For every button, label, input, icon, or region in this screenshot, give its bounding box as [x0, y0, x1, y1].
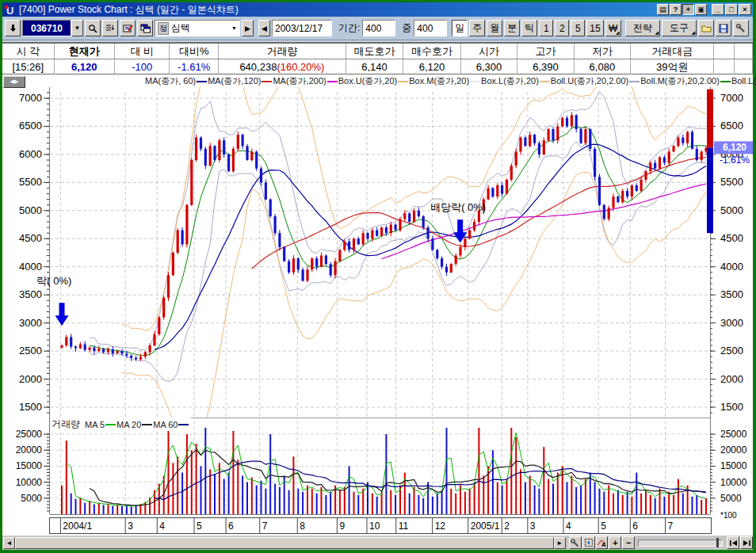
- collapse-button[interactable]: [5, 20, 21, 36]
- search-button[interactable]: [85, 20, 101, 36]
- left-arrow-icon: ◄: [6, 540, 13, 547]
- legend-item: Boll.L(종가,20,2.00): [731, 75, 756, 87]
- svg-text:3500: 3500: [19, 288, 42, 300]
- chart-area: ◀▶ MA(종가, 60)MA(종가,120)MA(종가,200)Box.U(종…: [2, 74, 753, 536]
- period-button-2[interactable]: 2: [555, 20, 569, 36]
- auto-refresh-button[interactable]: [582, 536, 595, 549]
- window-controls: ▤?+▣ _□×: [656, 4, 751, 15]
- chart-start-button[interactable]: [727, 536, 739, 549]
- svg-text:3: 3: [530, 521, 536, 532]
- svg-text:4: 4: [566, 521, 571, 532]
- zoom-slider-thumb[interactable]: [716, 538, 719, 547]
- zoom-slider[interactable]: [638, 540, 723, 547]
- right-arrow-icon: ▶: [245, 25, 250, 32]
- period-button-15[interactable]: 15: [586, 20, 603, 36]
- scrollbar-thumb[interactable]: [15, 537, 554, 549]
- svg-text:10: 10: [369, 521, 380, 532]
- close-button[interactable]: ×: [739, 4, 751, 15]
- volume-legend-title: 거래량: [52, 418, 80, 431]
- chart-horizontal-scrollbar[interactable]: ◄ ►: [3, 537, 566, 549]
- period-button-1[interactable]: 1: [539, 20, 553, 36]
- app-logo-icon: U: [4, 5, 16, 15]
- chart-pane-nav-button[interactable]: ◀▶: [3, 76, 25, 88]
- scroll-right-button[interactable]: ►: [554, 537, 566, 549]
- of-count-input[interactable]: 400: [414, 20, 447, 36]
- edit-note-button[interactable]: [120, 20, 136, 36]
- panel-button[interactable]: ▣: [695, 4, 707, 15]
- svg-text:배당락( 0%): 배당락( 0%): [430, 201, 486, 213]
- svg-text:6,120: 6,120: [723, 142, 746, 153]
- svg-text:7000: 7000: [720, 92, 743, 104]
- minimize-button[interactable]: _: [712, 4, 724, 15]
- open-button[interactable]: [698, 20, 714, 36]
- help-button[interactable]: ?: [670, 4, 682, 15]
- svg-text:9: 9: [339, 521, 345, 532]
- quote-value-6: 6,120: [403, 59, 460, 74]
- period-button-5[interactable]: 5: [571, 20, 585, 36]
- zoom-out-button[interactable]: −: [622, 536, 635, 549]
- legend-color-dash: [105, 424, 116, 425]
- save-button[interactable]: [716, 20, 731, 36]
- strategy-button[interactable]: 전략 ◢: [625, 20, 660, 36]
- chevron-down-icon: ▼: [74, 25, 81, 32]
- side-range-bar-up: [707, 90, 713, 148]
- wrench-icon: [736, 24, 746, 33]
- quote-value-12: [735, 59, 753, 74]
- svg-text:2005/1: 2005/1: [471, 521, 500, 532]
- zoom-in-button[interactable]: +: [609, 536, 621, 549]
- cascade-windows-icon: [140, 24, 151, 33]
- svg-text:3000: 3000: [19, 317, 42, 329]
- folder-icon: [701, 24, 712, 32]
- corner-dropdown-icon: ◢: [616, 30, 620, 35]
- quote-header-11: [714, 44, 735, 59]
- period-button-틱[interactable]: 틱: [521, 20, 537, 36]
- legend-color-dash: [262, 81, 272, 82]
- tile-button[interactable]: ▤: [657, 4, 669, 15]
- settings-button[interactable]: [733, 20, 749, 36]
- won-unit-button[interactable]: ₩ ◢: [605, 20, 621, 36]
- svg-text:6500: 6500: [19, 120, 42, 132]
- maximize-button[interactable]: □: [725, 4, 738, 15]
- save-disk-icon: [719, 24, 728, 33]
- quote-value-3: -1.61%: [170, 59, 219, 74]
- chart-end-button[interactable]: [740, 536, 753, 549]
- side-range-bar-down: [707, 147, 713, 233]
- svg-text:5: 5: [601, 521, 606, 532]
- window-title: [7400] Power Stock Chart : 심텍 (일간 - 일본식챠…: [19, 3, 239, 17]
- svg-text:20000: 20000: [720, 444, 747, 456]
- stock-code-input[interactable]: 036710: [22, 20, 71, 36]
- svg-text:2: 2: [504, 521, 510, 532]
- date-input[interactable]: 2003/12/17: [272, 20, 332, 36]
- annotation-button[interactable]: A: [596, 536, 609, 549]
- period-button-주[interactable]: 주: [469, 20, 485, 36]
- sort-list-button[interactable]: [102, 20, 118, 36]
- legend-item: MA(종가, 60): [145, 75, 196, 87]
- cascade-windows-button[interactable]: [137, 20, 153, 36]
- legend-item: MA 5: [85, 420, 105, 429]
- period-button-일[interactable]: 일: [452, 20, 468, 36]
- svg-text:5000: 5000: [19, 204, 42, 216]
- tools-button[interactable]: 도구 ◢: [662, 20, 697, 36]
- stock-chart-svg[interactable]: 7000700065006500600060005500550050005000…: [2, 74, 753, 536]
- next-stock-button[interactable]: ▶: [242, 20, 254, 36]
- stock-name: 심텍: [171, 21, 190, 35]
- svg-text:2000: 2000: [720, 373, 743, 385]
- pin-button[interactable]: +: [682, 4, 694, 15]
- stock-name-combo[interactable]: 정 심텍 ▼: [155, 20, 240, 36]
- quote-header-8: 고가: [517, 44, 574, 59]
- legend-color-dash: [142, 424, 152, 425]
- svg-text:3: 3: [128, 521, 133, 532]
- code-dropdown-button[interactable]: ▼: [71, 20, 83, 36]
- chart-settings-button[interactable]: [569, 536, 582, 549]
- period-label: 기간:: [338, 21, 360, 35]
- main-toolbar: 036710 ▼ 정: [2, 17, 753, 40]
- prev-date-button[interactable]: ◀: [258, 20, 270, 36]
- down-arrow-icon: [10, 24, 17, 32]
- svg-text:11: 11: [399, 521, 409, 532]
- quote-value-11: [714, 59, 735, 74]
- period-button-분[interactable]: 분: [504, 20, 520, 36]
- period-button-월[interactable]: 월: [487, 20, 502, 36]
- quote-header-5: 매도호가: [346, 44, 403, 59]
- period-count-input[interactable]: 400: [362, 20, 395, 36]
- scroll-left-button[interactable]: ◄: [3, 537, 15, 549]
